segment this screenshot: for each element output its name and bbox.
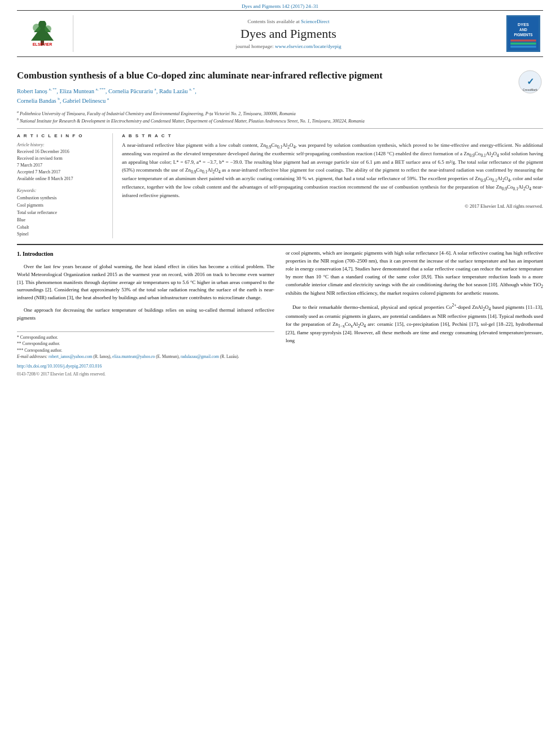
intro-para-2: One approach for decreasing the surface … [17,307,274,322]
journal-logo-svg: dyes and pigments [506,17,540,50]
author-cornelia-p: Cornelia Păcurariu [108,88,153,94]
sciencedirect-link[interactable]: ScienceDirect [301,19,329,24]
author-eliza-sup: a, *** [96,87,106,91]
keyword-1: Combustion synthesis [17,195,106,202]
footnote-star2: ** Corresponding author. [17,340,274,347]
article-info-col: A R T I C L E I N F O Article history: R… [17,133,113,238]
header-area: ELSEVIER Contents lists available at Con… [17,10,543,57]
doi-line: http://dx.doi.org/10.1016/j.dyepig.2017.… [17,363,274,370]
received-date: Received 16 December 2016 [17,148,106,155]
abstract-label: A B S T R A C T [122,133,543,138]
journal-citation: Dyes and Pigments 142 (2017) 24–31 [242,3,318,9]
journal-title: Dyes and Pigments [240,27,336,41]
affiliations-block: a Politehnica University of Timișoara, F… [17,110,543,124]
body-divider [17,244,543,245]
svg-rect-11 [510,42,536,45]
intro-heading: 1. Introduction [17,250,274,259]
received-revised-label: Received in revised form [17,155,106,162]
article-title-text: Combustion synthesis of a blue Co-doped … [17,70,383,81]
accepted-date: Accepted 7 March 2017 [17,169,106,176]
author-robert-sup: a, ** [49,87,57,91]
journal-logo-area: dyes and pigments [504,15,543,52]
affiliation-a: a Politehnica University of Timișoara, F… [17,110,543,117]
svg-text:ELSEVIER: ELSEVIER [32,42,52,46]
body-col-right: or cool pigments, which are inorganic pi… [286,250,543,377]
contents-line: Contents lists available at Contents lis… [248,19,330,24]
email-robert[interactable]: robert_ianos@yahoo.com [49,354,93,359]
header-center: Contents lists available at Contents lis… [73,15,504,52]
keyword-4: Blue [17,217,106,224]
author-gabriel: Gabriel Delinescu [63,98,106,104]
author-gabriel-sup: a [107,97,109,101]
author-cornelia-p-sup: a [155,87,156,91]
svg-text:dyes: dyes [518,22,529,27]
homepage-line: journal homepage: www.elsevier.com/locat… [236,43,342,49]
available-online: Available online 8 March 2017 [17,176,106,182]
keyword-3: Total solar reflectance [17,209,106,217]
abstract-text: A near-infrared reflective blue pigment … [122,142,543,199]
elsevier-logo-area: ELSEVIER [17,15,73,52]
copyright-line: © 2017 Elsevier Ltd. All rights reserved… [122,203,543,209]
body-right-para-1: or cool pigments, which are inorganic pi… [286,250,543,298]
history-label: Article history: [17,142,106,148]
received-revised-date: 7 March 2017 [17,162,106,169]
keyword-6: Spinel [17,231,106,238]
journal-bar: Dyes and Pigments 142 (2017) 24–31 [0,0,560,10]
affiliation-b: b National Institute for Research & Deve… [17,117,543,124]
divider-1 [17,128,543,129]
page: Dyes and Pigments 142 (2017) 24–31 ELSEV… [0,0,560,747]
author-eliza: Eliza Muntean [59,88,94,94]
footnotes-area: * Corresponding author. ** Corresponding… [17,331,274,377]
doi-link[interactable]: http://dx.doi.org/10.1016/j.dyepig.2017.… [17,364,102,369]
article-history: Article history: Received 16 December 20… [17,142,106,182]
info-abstract-cols: A R T I C L E I N F O Article history: R… [17,133,543,238]
svg-rect-10 [510,40,536,42]
keywords-label: Keywords: [17,188,106,193]
svg-rect-12 [510,46,536,48]
email-eliza[interactable]: eliza.muntean@yahoo.ro [112,354,155,359]
issn-line: 0143-7208/© 2017 Elsevier Ltd. All right… [17,371,274,377]
intro-para-1: Over the last few years because of globa… [17,263,274,303]
crossmark-logo: ✓ CrossMark [518,69,543,95]
contents-text: Contents lists available at [248,19,301,24]
svg-text:and: and [519,28,527,32]
authors-line: Robert Ianoș a, **, Eliza Muntean a, ***… [17,86,543,106]
main-content: Combustion synthesis of a blue Co-doped … [0,57,560,377]
author-radu: Radu Lazău [159,88,187,94]
keyword-5: Cobalt [17,224,106,231]
homepage-link[interactable]: www.elsevier.com/locate/dyepig [275,43,341,49]
author-radu-sup: a, * [189,87,195,91]
author-cornelia-b-sup: b [58,97,60,101]
svg-text:pigments: pigments [514,33,532,37]
footnote-star3: *** Corresponding author. [17,347,274,353]
svg-text:CrossMark: CrossMark [523,88,537,91]
footnote-star1: * Corresponding author. [17,334,274,340]
article-info-label: A R T I C L E I N F O [17,133,106,138]
homepage-label: journal homepage: [236,43,275,49]
dyes-pigments-logo: dyes and pigments [506,15,540,52]
footnote-emails: E-mail addresses: robert_ianos@yahoo.com… [17,353,274,360]
author-robert: Robert Ianoș [17,88,47,94]
elsevier-tree-icon: ELSEVIER [23,21,62,46]
article-title-area: Combustion synthesis of a blue Co-doped … [17,69,543,82]
email-radu[interactable]: radulazau@gmail.com [181,354,219,359]
abstract-col: A B S T R A C T A near-infrared reflecti… [122,133,543,238]
keywords-list: Combustion synthesis Cool pigments Total… [17,195,106,238]
author-cornelia-b: Cornelia Bandas [17,98,56,104]
body-right-para-2: Due to their remarkable thermo-chemical,… [286,302,543,345]
keyword-2: Cool pigments [17,202,106,209]
body-columns: 1. Introduction Over the last few years … [17,250,543,377]
svg-text:✓: ✓ [527,77,534,86]
keywords-section: Keywords: Combustion synthesis Cool pigm… [17,188,106,238]
body-col-left: 1. Introduction Over the last few years … [17,250,274,377]
